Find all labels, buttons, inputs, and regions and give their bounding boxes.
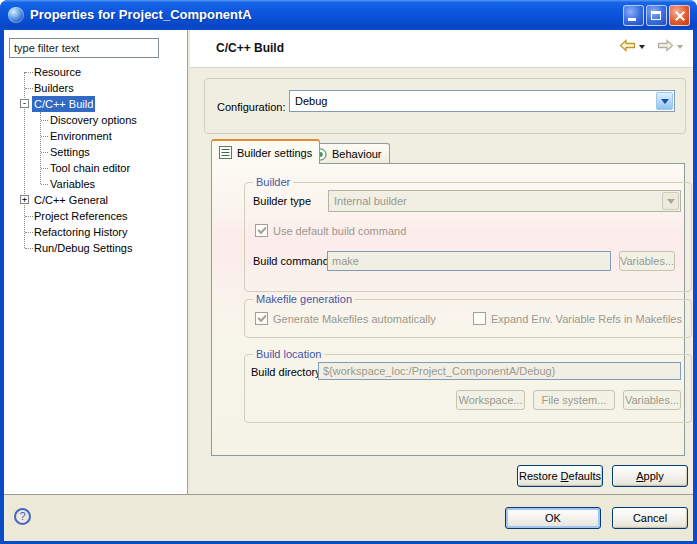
minimize-button[interactable] [623, 5, 644, 26]
variables-button-label: Variables... [620, 255, 674, 267]
maximize-button[interactable] [646, 5, 667, 26]
page-content: Configuration: Debug Builder settings [190, 67, 693, 494]
tree-item-tool-chain-editor[interactable]: Tool chain editor [4, 160, 187, 176]
build-command-input [327, 251, 611, 271]
button-bar: ? OK Cancel [4, 495, 693, 541]
tree-item-project-references[interactable]: Project References [4, 208, 187, 224]
use-default-label: Use default build command [273, 223, 406, 239]
title-bar[interactable]: Properties for Project_ComponentA [0, 0, 697, 30]
dropdown-button-disabled [662, 192, 679, 210]
file-system-button: File system... [533, 390, 615, 410]
chevron-down-icon [667, 199, 675, 204]
expand-icon[interactable]: + [20, 195, 29, 204]
chevron-down-icon [661, 99, 669, 104]
tree-item-environment[interactable]: Environment [4, 128, 187, 144]
build-directory-input [318, 362, 681, 380]
property-page: C/C++ Build Configuration: [190, 30, 693, 494]
workspace-button: Workspace... [456, 390, 525, 410]
configuration-combo[interactable]: Debug [289, 90, 675, 112]
page-title: C/C++ Build [216, 30, 284, 67]
configuration-label: Configuration: [217, 79, 286, 135]
builder-type-label: Builder type [253, 190, 311, 212]
back-icon [619, 39, 636, 52]
tab-label: Builder settings [237, 147, 312, 159]
makefile-generation-group: Makefile generation Generate Makefiles a… [244, 293, 692, 338]
generate-makefiles-checkbox [255, 312, 268, 325]
configuration-value: Debug [290, 95, 655, 107]
navigation-panel: Resource Builders -C/C++ Build Discovery… [4, 30, 188, 494]
ok-button[interactable]: OK [505, 507, 601, 529]
expand-env-checkbox [473, 312, 486, 325]
restore-defaults-label: Restore Defaults [519, 470, 601, 482]
tree-item-cpp-build[interactable]: -C/C++ Build [4, 96, 187, 112]
tree-item-discovery-options[interactable]: Discovery options [4, 112, 187, 128]
dialog-body: Resource Builders -C/C++ Build Discovery… [4, 30, 693, 541]
forward-icon [657, 39, 674, 52]
forward-menu-icon [677, 45, 683, 49]
tab-label: Behaviour [332, 148, 382, 160]
configuration-group: Configuration: Debug [204, 78, 686, 134]
page-header: C/C++ Build [190, 30, 693, 68]
minimize-icon [628, 18, 636, 21]
tree-item-settings[interactable]: Settings [4, 144, 187, 160]
help-glyph: ? [19, 510, 25, 522]
back-button[interactable] [619, 39, 645, 52]
cancel-button[interactable]: Cancel [612, 507, 688, 529]
tree-item-cpp-general[interactable]: +C/C++ General [4, 192, 187, 208]
expand-env-label: Expand Env. Variable Refs in Makefiles [491, 311, 682, 327]
list-icon [219, 146, 232, 159]
builder-type-value: Internal builder [329, 195, 661, 207]
dropdown-button[interactable] [656, 92, 673, 110]
properties-dialog-window: Properties for Project_ComponentA Resour… [0, 0, 697, 544]
build-command-label: Build command: [253, 250, 332, 272]
maximize-icon [651, 11, 661, 20]
builder-type-combo: Internal builder [328, 190, 681, 212]
restore-defaults-button[interactable]: Restore Defaults [517, 465, 603, 487]
tree-item-run-debug-settings[interactable]: Run/Debug Settings [4, 240, 187, 256]
use-default-checkbox [255, 224, 268, 237]
makefile-group-title: Makefile generation [253, 293, 355, 305]
variables-button-2-label: Variables... [625, 394, 679, 406]
builder-group: Builder Builder type Internal builder Us… [244, 176, 692, 292]
help-icon[interactable]: ? [14, 508, 31, 525]
close-button[interactable] [669, 5, 690, 26]
build-location-group: Build location Build directory Workspace… [244, 348, 692, 423]
file-system-button-label: File system... [542, 394, 607, 406]
apply-button[interactable]: Apply [612, 465, 688, 487]
tree-item-variables[interactable]: Variables [4, 176, 187, 192]
builder-group-title: Builder [253, 176, 293, 188]
filter-input[interactable] [9, 38, 159, 58]
variables-button: Variables... [619, 251, 675, 271]
workspace-button-label: Workspace... [459, 394, 523, 406]
window-title: Properties for Project_ComponentA [30, 0, 252, 30]
app-icon [8, 7, 24, 23]
back-menu-icon[interactable] [639, 45, 645, 49]
build-directory-label: Build directory [251, 361, 321, 383]
build-location-group-title: Build location [253, 348, 324, 360]
variables-button-2: Variables... [623, 390, 681, 410]
forward-button [657, 39, 683, 52]
tree-item-builders[interactable]: Builders [4, 80, 187, 96]
tree-item-resource[interactable]: Resource [4, 64, 187, 80]
ok-label: OK [545, 512, 561, 524]
tree-item-refactoring-history[interactable]: Refactoring History [4, 224, 187, 240]
tab-builder-settings[interactable]: Builder settings [211, 139, 320, 164]
builder-settings-panel: Builder Builder type Internal builder Us… [211, 163, 685, 456]
collapse-icon[interactable]: - [20, 99, 29, 108]
apply-label: Apply [636, 470, 664, 482]
generate-makefiles-label: Generate Makefiles automatically [273, 311, 436, 327]
cancel-label: Cancel [633, 512, 667, 524]
